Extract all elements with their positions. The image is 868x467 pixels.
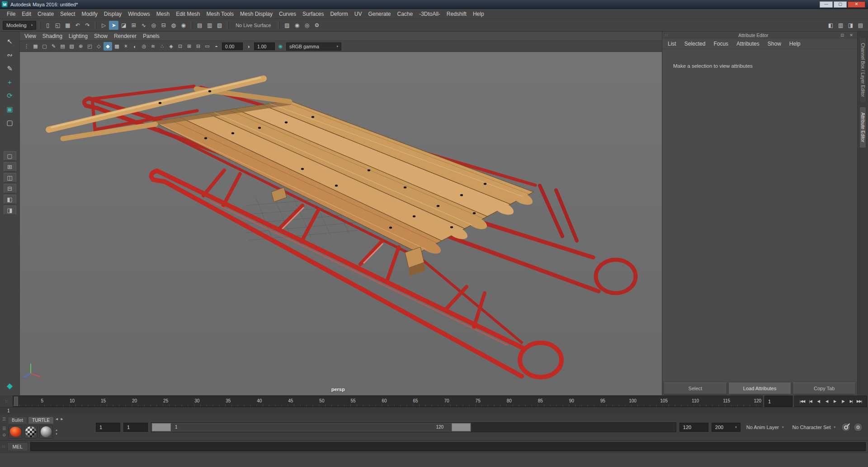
timeline-grip-icon[interactable]: ∷ <box>0 396 13 407</box>
shelf-menu-icon[interactable]: ☰ <box>2 426 6 431</box>
attribute-editor-menu-item[interactable]: List <box>668 41 676 47</box>
playback-start-field[interactable]: 1 <box>123 423 148 432</box>
maximize-button[interactable]: ▢ <box>834 1 847 8</box>
view-transform-icon[interactable]: ◉ <box>276 42 285 51</box>
move-tool-icon[interactable]: + <box>3 76 17 88</box>
attribute-editor-menu-item[interactable]: Show <box>768 41 781 47</box>
anti-alias-icon[interactable]: ∴ <box>158 42 166 51</box>
anim-start-field[interactable]: 1 <box>96 423 120 432</box>
layout-two-pane-side-icon[interactable]: ◫ <box>4 173 16 182</box>
ipr-render-icon[interactable]: ◎ <box>302 21 311 30</box>
shelf-item-textured-sphere[interactable] <box>24 425 38 439</box>
redo-icon[interactable]: ↷ <box>83 21 92 30</box>
layout-three-pane-icon[interactable]: ◧ <box>4 195 16 204</box>
menu-item[interactable]: UV <box>351 11 365 17</box>
auto-keyframe-icon[interactable] <box>841 423 850 432</box>
lasso-tool-icon[interactable]: ∾ <box>3 49 17 61</box>
snap-plane-icon[interactable]: ⊟ <box>159 21 168 30</box>
shadows-icon[interactable]: ◐ <box>131 42 139 51</box>
attribute-editor-toggle-icon[interactable]: ◨ <box>846 21 855 30</box>
anim-layer-selector[interactable]: No Anim Layer ▾ <box>744 423 787 432</box>
menu-item[interactable]: Windows <box>125 11 153 17</box>
range-slider-bar[interactable] <box>151 423 471 432</box>
attribute-editor-menu-item[interactable]: Selected <box>684 41 706 47</box>
separator[interactable] <box>39 21 40 29</box>
command-line-input[interactable] <box>30 442 866 451</box>
snap-grid-icon[interactable]: ⊞ <box>129 21 138 30</box>
render-frame-icon[interactable]: ◉ <box>292 21 302 30</box>
shelf-tab-bullet[interactable]: Bullet <box>8 416 27 424</box>
separator[interactable] <box>227 21 228 29</box>
shelf-prev-icon[interactable]: ◀ <box>55 417 59 421</box>
scale-tool-icon[interactable]: ▣ <box>3 103 17 115</box>
panel-menu-item[interactable]: Shading <box>42 33 62 39</box>
panel-grip-icon[interactable]: ∷ <box>665 33 668 37</box>
menu-item[interactable]: Deform <box>327 11 351 17</box>
separator[interactable] <box>191 21 192 29</box>
timeline-ruler[interactable]: 5101520253035404550556065707580859095100… <box>13 396 762 406</box>
new-scene-icon[interactable]: ▯ <box>43 21 52 30</box>
attribute-editor-menu-item[interactable]: Help <box>789 41 801 47</box>
gamma-field[interactable]: 1.00 <box>254 42 275 50</box>
title-bar[interactable]: M Autodesk Maya 2016: untitled* — ▢ ✕ <box>0 0 868 9</box>
sidebar-tab-attribute-editor[interactable]: Attribute Editor <box>859 107 866 148</box>
panel-menu-item[interactable]: Panels <box>143 33 160 39</box>
make-live-icon[interactable]: ◉ <box>179 21 188 30</box>
gate-mask-icon[interactable]: ⊟ <box>194 42 203 51</box>
menu-item[interactable]: Mesh Tools <box>203 11 237 17</box>
exposure-toggle-icon[interactable]: ◓ <box>212 42 221 51</box>
scene-view[interactable] <box>20 52 662 395</box>
menu-item[interactable]: Redshift <box>443 11 470 17</box>
snap-curve-icon[interactable]: ∿ <box>139 21 148 30</box>
render-settings-icon[interactable]: ⚙ <box>312 21 321 30</box>
panel-grip-icon[interactable]: ⋮ <box>22 42 31 51</box>
character-set-selector[interactable]: No Character Set ▾ <box>790 423 839 432</box>
separator[interactable] <box>278 21 279 29</box>
pan-zoom-icon[interactable]: ⊕ <box>76 42 85 51</box>
paint-select-tool-icon[interactable]: ✎ <box>3 62 17 75</box>
isolate-select-icon[interactable]: ◈ <box>167 42 175 51</box>
panel-menu-item[interactable]: View <box>24 33 36 39</box>
shelf-item-shaded-sphere[interactable] <box>39 425 53 439</box>
overscan-icon[interactable]: ◰ <box>85 42 94 51</box>
lights-icon[interactable]: ☀ <box>122 42 130 51</box>
menu-item[interactable]: Edit Mesh <box>173 11 203 17</box>
playback-end-field[interactable]: 120 <box>679 423 708 432</box>
construction-history-icon[interactable]: ▧ <box>215 21 224 30</box>
viewport-canvas[interactable]: persp <box>20 52 662 395</box>
command-line-language-toggle[interactable]: MEL <box>7 442 28 451</box>
range-end-handle[interactable] <box>452 423 471 431</box>
bookmarks-icon[interactable]: ▤ <box>58 42 67 51</box>
anim-end-field[interactable]: 200 ▾ <box>712 423 741 432</box>
highlight-toggle-icon[interactable]: ⊙ <box>2 433 6 437</box>
menu-item[interactable]: Select <box>57 11 78 17</box>
close-panel-icon[interactable]: ✕ <box>848 33 854 37</box>
occlusion-icon[interactable]: ◎ <box>140 42 148 51</box>
select-hierarchy-icon[interactable]: ▷ <box>99 21 108 30</box>
sidebar-tab-channel-box[interactable]: Channel Box / Layer Editor <box>859 37 866 103</box>
camera-attributes-icon[interactable]: ✎ <box>49 42 58 51</box>
menu-item[interactable]: Mesh Display <box>237 11 276 17</box>
attribute-editor-menu-item[interactable]: Attributes <box>736 41 760 47</box>
menu-item[interactable]: Modify <box>78 11 100 17</box>
layout-outliner-icon[interactable]: ◨ <box>4 205 16 215</box>
play-backward-button[interactable]: ◀ <box>823 397 830 406</box>
attribute-editor-menu-item[interactable]: Focus <box>713 41 728 47</box>
select-tool-icon[interactable]: ↖ <box>3 35 17 47</box>
panel-menu-item[interactable]: Renderer <box>114 33 137 39</box>
output-connections-icon[interactable]: ▥ <box>205 21 214 30</box>
menu-item[interactable]: Display <box>101 11 125 17</box>
snap-point-icon[interactable]: ◎ <box>149 21 158 30</box>
modeling-toolkit-icon[interactable]: ◆ <box>7 381 13 391</box>
exposure-field[interactable]: 0.00 <box>222 42 243 50</box>
resolution-gate-icon[interactable]: ⊞ <box>185 42 193 51</box>
step-back-key-button[interactable]: |◀ <box>807 397 814 406</box>
undo-icon[interactable]: ↶ <box>73 21 82 30</box>
step-back-frame-button[interactable]: ◀| <box>815 397 822 406</box>
input-connections-icon[interactable]: ▤ <box>195 21 204 30</box>
panel-menu-item[interactable]: Lighting <box>69 33 88 39</box>
separator[interactable] <box>95 21 96 29</box>
layout-two-pane-stacked-icon[interactable]: ⊟ <box>4 184 16 193</box>
motion-blur-icon[interactable]: ≋ <box>149 42 157 51</box>
shelf-next-icon[interactable]: ▶ <box>60 417 64 421</box>
